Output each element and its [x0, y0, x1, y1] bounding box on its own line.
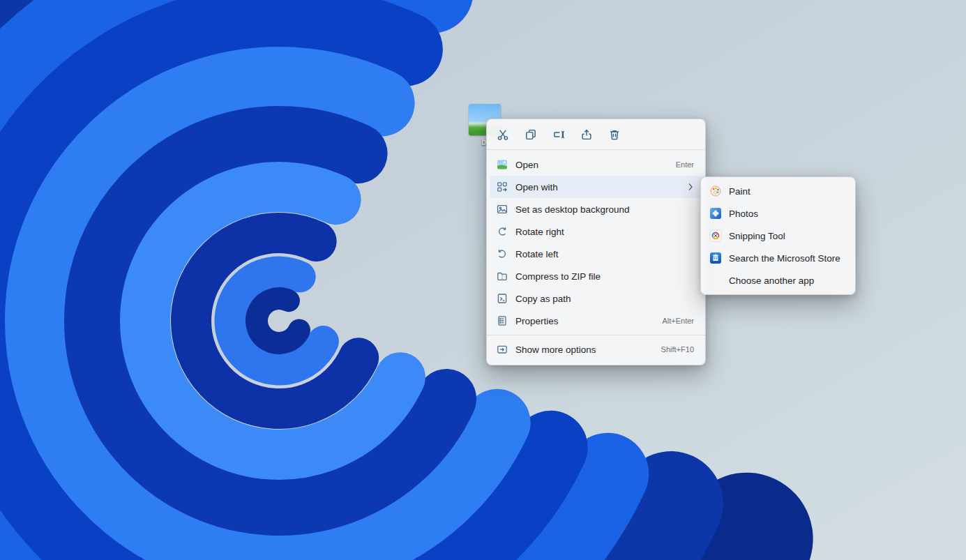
submenu-item-choose-another-app[interactable]: Choose another app — [704, 269, 852, 292]
open-with-icon — [496, 181, 508, 193]
rotate-right-icon — [496, 225, 508, 238]
menu-item-open[interactable]: Open Enter — [490, 153, 702, 176]
photos-app-icon — [709, 207, 722, 220]
trash-icon — [608, 128, 621, 141]
open-with-submenu: Paint Photos — [700, 176, 856, 295]
menu-item-copy-as-path[interactable]: Copy as path — [490, 287, 702, 310]
cut-button[interactable] — [490, 123, 515, 146]
rename-button[interactable] — [546, 123, 571, 146]
scissors-icon — [497, 128, 509, 141]
share-icon — [580, 128, 593, 141]
submenu-item-label: Search the Microsoft Store — [729, 253, 840, 264]
rotate-left-icon — [496, 248, 508, 260]
rename-icon — [552, 128, 565, 141]
snipping-tool-app-icon — [709, 229, 722, 242]
menu-item-shortcut: Alt+Enter — [662, 317, 694, 325]
copy-icon — [524, 128, 537, 141]
copy-button[interactable] — [518, 123, 543, 146]
menu-item-compress-to-zip[interactable]: Compress to ZIP file — [490, 265, 702, 287]
context-menu-items: Open Enter Open with — [487, 150, 705, 365]
submenu-item-paint[interactable]: Paint — [704, 180, 852, 202]
desktop: bl — [0, 0, 966, 560]
menu-item-shortcut: Enter — [676, 160, 694, 169]
menu-item-label: Set as desktop background — [515, 204, 686, 215]
menu-item-show-more-options[interactable]: Show more options Shift+F10 — [490, 338, 702, 361]
copy-path-icon — [496, 292, 508, 305]
context-menu: Open Enter Open with — [486, 119, 706, 365]
properties-icon — [496, 315, 508, 327]
menu-item-set-as-desktop-background[interactable]: Set as desktop background — [490, 198, 702, 220]
submenu-item-label: Paint — [729, 186, 750, 197]
show-more-options-icon — [496, 343, 508, 356]
menu-item-label: Rotate left — [515, 249, 686, 259]
submenu-item-photos[interactable]: Photos — [704, 202, 852, 225]
desktop-background-icon — [496, 203, 508, 215]
menu-item-label: Rotate right — [515, 227, 686, 237]
submenu-item-label: Choose another app — [729, 275, 814, 286]
context-menu-toolbar — [487, 119, 705, 150]
menu-item-open-with[interactable]: Open with — [490, 176, 702, 198]
zip-folder-icon — [496, 270, 508, 282]
menu-item-label: Copy as path — [515, 294, 686, 304]
submenu-item-snipping-tool[interactable]: Snipping Tool — [704, 225, 852, 247]
share-button[interactable] — [574, 123, 599, 146]
microsoft-store-app-icon — [709, 252, 722, 264]
menu-item-label: Compress to ZIP file — [515, 271, 686, 282]
empty-icon-spacer — [709, 274, 722, 287]
menu-item-label: Open — [515, 160, 667, 170]
submenu-item-label: Snipping Tool — [729, 231, 785, 241]
chevron-right-icon — [687, 183, 694, 191]
menu-item-label: Open with — [515, 182, 687, 192]
menu-item-properties[interactable]: Properties Alt+Enter — [490, 310, 702, 332]
menu-item-label: Show more options — [515, 345, 653, 355]
paint-app-icon — [709, 185, 722, 197]
menu-item-shortcut: Shift+F10 — [661, 345, 694, 354]
menu-item-label: Properties — [515, 316, 654, 326]
submenu-item-search-microsoft-store[interactable]: Search the Microsoft Store — [704, 247, 852, 269]
delete-button[interactable] — [602, 123, 627, 146]
menu-separator — [487, 335, 705, 335]
menu-item-rotate-left[interactable]: Rotate left — [490, 243, 702, 265]
menu-item-rotate-right[interactable]: Rotate right — [490, 220, 702, 243]
submenu-item-label: Photos — [729, 209, 758, 219]
image-open-icon — [496, 158, 508, 171]
